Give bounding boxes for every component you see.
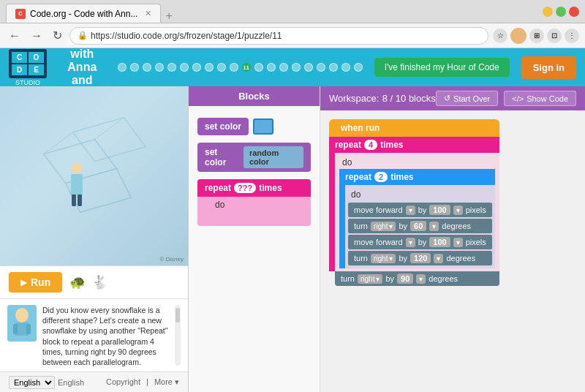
footer-language[interactable]: English English (9, 376, 84, 389)
turn-final-val[interactable]: 90 (397, 274, 413, 284)
turn-2-by: by (399, 254, 407, 263)
stage-panel: © Disney Run 🐢 🐇 Did you know every snow… (0, 86, 189, 392)
extensions-button[interactable]: ⊞ (529, 29, 544, 43)
move-fwd-1-val[interactable]: 100 (429, 205, 450, 215)
times-label: times (259, 183, 282, 193)
main-content: © Disney Run 🐢 🐇 Did you know every snow… (0, 86, 585, 392)
workspace-actions: ↺ Start Over </> Show Code (436, 91, 576, 106)
turn-final-direction-dd[interactable]: right ▾ (358, 274, 382, 284)
set-color-text: set color (205, 147, 239, 167)
move-forward-2-block[interactable]: move forward ▾ by 100 ▾ pixels (348, 235, 492, 249)
bookmark-button[interactable]: ☆ (493, 29, 507, 43)
workspace-panel: Blocks Workspace: 8 / 10 blocks ↺ Start … (320, 86, 585, 392)
signin-button[interactable]: Sign in (521, 56, 576, 79)
dot-11-active: 11 (242, 63, 251, 72)
set-random-label[interactable]: set color random color (197, 143, 311, 172)
block-set-random-color[interactable]: set color random color (197, 143, 311, 172)
svg-rect-9 (26, 324, 31, 334)
finished-hour-button[interactable]: I've finished my Hour of Code (374, 58, 510, 77)
move-forward-1-block[interactable]: move forward ▾ by 100 ▾ pixels (348, 203, 492, 217)
move-fwd-2-val[interactable]: 100 (429, 237, 450, 247)
block-set-color[interactable]: set color (197, 118, 311, 135)
glasses-button[interactable]: ⊡ (547, 29, 562, 43)
svg-line-3 (94, 118, 124, 140)
footer: English English Copyright | More ▾ (0, 372, 188, 392)
turn-2-direction-dd[interactable]: right ▾ (371, 254, 396, 263)
logo-o: O (29, 52, 44, 63)
dot-2 (130, 63, 139, 72)
move-fwd-1-val-dd[interactable]: ▾ (453, 206, 463, 215)
repeat-outer-block[interactable]: repeat 4 times (329, 137, 499, 153)
repeat-header[interactable]: repeat ??? times (197, 179, 311, 197)
turn-1-val-dd[interactable]: ▾ (429, 222, 439, 231)
repeat-inner-label: repeat (345, 172, 371, 182)
turn-2-val-dd[interactable]: ▾ (434, 254, 443, 263)
speed-control: 🐢 🐇 (69, 274, 107, 290)
start-over-button[interactable]: ↺ Start Over (436, 91, 498, 106)
user-profile-button[interactable] (510, 28, 526, 44)
new-tab-button[interactable]: + (161, 10, 176, 23)
workspace-canvas[interactable]: when run repeat 4 times do (320, 110, 585, 392)
dot-3 (143, 63, 151, 72)
move-fwd-1-dropdown[interactable]: ▾ (406, 206, 415, 215)
set-color-label[interactable]: set color (197, 118, 249, 135)
ssl-lock-icon: 🔒 (78, 31, 88, 40)
move-fwd-2-val-dd[interactable]: ▾ (453, 238, 463, 247)
block-repeat[interactable]: repeat ??? times do (197, 179, 311, 226)
workspace-label: Workspace: (329, 93, 379, 104)
workspace-count: 8 / 10 blocks (382, 93, 436, 104)
run-button[interactable]: Run (9, 272, 62, 293)
turn-1-val[interactable]: 60 (410, 221, 426, 231)
close-button[interactable] (569, 7, 579, 17)
repeat-num[interactable]: ??? (234, 183, 256, 193)
repeat-inner-block[interactable]: repeat 2 times (339, 169, 495, 185)
show-code-button[interactable]: </> Show Code (504, 91, 576, 106)
tab-close-button[interactable]: ✕ (145, 9, 151, 18)
turn-right-2-block[interactable]: turn right ▾ by 120 ▾ degrees (348, 251, 492, 265)
browser-tab-active[interactable]: C Code.org - Code with Ann... ✕ (6, 4, 161, 23)
turn-1-direction-dd[interactable]: right ▾ (371, 222, 396, 231)
move-fwd-2-label: move forward (354, 238, 403, 246)
progress-dots: 11 (118, 63, 363, 72)
turn-final-block[interactable]: turn right ▾ by 90 ▾ degrees (335, 271, 499, 286)
repeat-outer-num[interactable]: 4 (364, 140, 377, 150)
forward-button[interactable]: → (28, 29, 45, 43)
language-label: English (58, 378, 84, 387)
dot-6 (180, 63, 189, 72)
turn-right-1-block[interactable]: turn right ▾ by 60 ▾ degrees (348, 219, 492, 233)
inner-left-bar (339, 185, 345, 268)
stage-canvas: © Disney (0, 86, 188, 265)
maximize-button[interactable] (556, 7, 566, 17)
code-block-stack: when run repeat 4 times do (329, 119, 499, 286)
browser-titlebar: C Code.org - Code with Ann... ✕ + (0, 0, 585, 23)
when-run-block[interactable]: when run (329, 119, 499, 137)
footer-separator: | (146, 377, 148, 387)
dot-18 (329, 63, 338, 72)
random-color-pill[interactable]: random color (244, 146, 303, 168)
code-icon: </> (512, 94, 524, 103)
repeat-outer-label: repeat (335, 140, 361, 150)
move-fwd-1-by: by (418, 206, 427, 214)
hint-avatar (7, 305, 37, 342)
hint-scrollbar[interactable] (175, 305, 181, 366)
turn-1-by: by (399, 222, 407, 230)
minimize-button[interactable] (543, 7, 553, 17)
address-bar[interactable]: 🔒 https://studio.code.org/s/frozen/stage… (69, 27, 488, 45)
color-swatch[interactable] (253, 118, 273, 135)
hint-text: Did you know every snowflake is a differ… (42, 305, 169, 366)
move-fwd-2-dropdown[interactable]: ▾ (406, 238, 415, 247)
inner-do-content: do move forward ▾ by 100 ▾ pixels (345, 185, 495, 268)
repeat-do-body: do (197, 197, 311, 226)
studio-logo: C O D E STUDIO (9, 49, 47, 86)
menu-button[interactable]: ⋮ (565, 29, 579, 43)
dot-8 (205, 63, 214, 72)
language-select[interactable]: English (9, 376, 55, 389)
repeat-inner-num[interactable]: 2 (374, 172, 388, 182)
dot-17 (317, 63, 325, 72)
copyright-link[interactable]: Copyright (106, 377, 140, 387)
turn-2-val[interactable]: 120 (410, 253, 431, 263)
move-fwd-2-unit: pixels (466, 238, 486, 246)
back-button[interactable]: ← (6, 29, 23, 43)
turn-final-val-dd[interactable]: ▾ (416, 274, 426, 284)
more-link[interactable]: More ▾ (154, 377, 179, 387)
